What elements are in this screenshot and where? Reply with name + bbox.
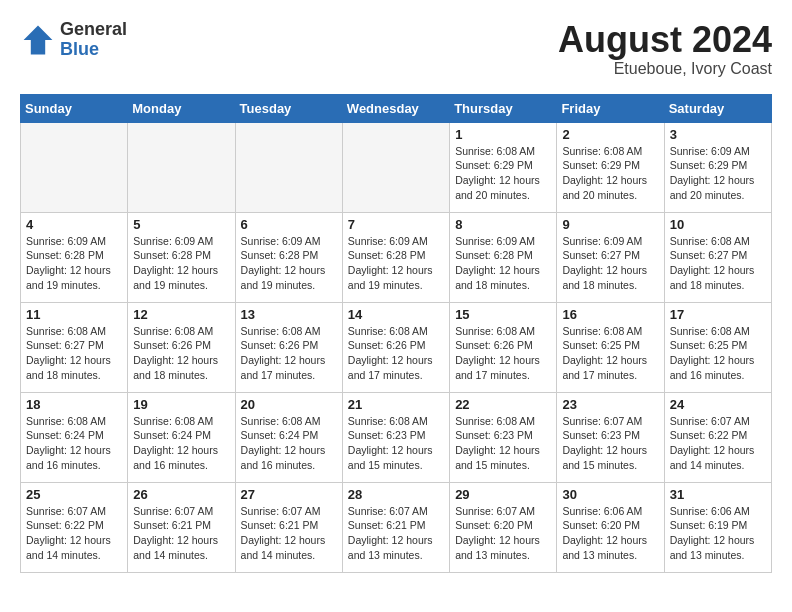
day-number: 15 bbox=[455, 307, 551, 322]
day-number: 6 bbox=[241, 217, 337, 232]
day-info: Sunrise: 6:07 AM Sunset: 6:21 PM Dayligh… bbox=[348, 504, 444, 563]
location: Etueboue, Ivory Coast bbox=[558, 60, 772, 78]
title-block: August 2024 Etueboue, Ivory Coast bbox=[558, 20, 772, 78]
weekday-header-cell: Monday bbox=[128, 94, 235, 122]
calendar-table: SundayMondayTuesdayWednesdayThursdayFrid… bbox=[20, 94, 772, 573]
calendar-cell: 8Sunrise: 6:09 AM Sunset: 6:28 PM Daylig… bbox=[450, 212, 557, 302]
calendar-cell: 25Sunrise: 6:07 AM Sunset: 6:22 PM Dayli… bbox=[21, 482, 128, 572]
logo-icon bbox=[20, 22, 56, 58]
day-number: 22 bbox=[455, 397, 551, 412]
day-number: 31 bbox=[670, 487, 766, 502]
calendar-cell: 5Sunrise: 6:09 AM Sunset: 6:28 PM Daylig… bbox=[128, 212, 235, 302]
day-info: Sunrise: 6:06 AM Sunset: 6:19 PM Dayligh… bbox=[670, 504, 766, 563]
day-number: 29 bbox=[455, 487, 551, 502]
calendar-cell bbox=[21, 122, 128, 212]
day-info: Sunrise: 6:09 AM Sunset: 6:29 PM Dayligh… bbox=[670, 144, 766, 203]
day-number: 8 bbox=[455, 217, 551, 232]
logo: General Blue bbox=[20, 20, 127, 60]
day-number: 21 bbox=[348, 397, 444, 412]
day-number: 26 bbox=[133, 487, 229, 502]
day-number: 10 bbox=[670, 217, 766, 232]
calendar-cell: 9Sunrise: 6:09 AM Sunset: 6:27 PM Daylig… bbox=[557, 212, 664, 302]
calendar-cell: 28Sunrise: 6:07 AM Sunset: 6:21 PM Dayli… bbox=[342, 482, 449, 572]
day-info: Sunrise: 6:08 AM Sunset: 6:26 PM Dayligh… bbox=[133, 324, 229, 383]
calendar-week-row: 18Sunrise: 6:08 AM Sunset: 6:24 PM Dayli… bbox=[21, 392, 772, 482]
day-info: Sunrise: 6:08 AM Sunset: 6:27 PM Dayligh… bbox=[26, 324, 122, 383]
day-number: 19 bbox=[133, 397, 229, 412]
weekday-header-cell: Wednesday bbox=[342, 94, 449, 122]
day-info: Sunrise: 6:08 AM Sunset: 6:24 PM Dayligh… bbox=[133, 414, 229, 473]
calendar-cell: 13Sunrise: 6:08 AM Sunset: 6:26 PM Dayli… bbox=[235, 302, 342, 392]
day-info: Sunrise: 6:08 AM Sunset: 6:26 PM Dayligh… bbox=[241, 324, 337, 383]
day-info: Sunrise: 6:09 AM Sunset: 6:28 PM Dayligh… bbox=[26, 234, 122, 293]
svg-marker-0 bbox=[24, 25, 53, 54]
day-info: Sunrise: 6:08 AM Sunset: 6:29 PM Dayligh… bbox=[455, 144, 551, 203]
calendar-week-row: 1Sunrise: 6:08 AM Sunset: 6:29 PM Daylig… bbox=[21, 122, 772, 212]
weekday-header-row: SundayMondayTuesdayWednesdayThursdayFrid… bbox=[21, 94, 772, 122]
day-number: 3 bbox=[670, 127, 766, 142]
day-number: 17 bbox=[670, 307, 766, 322]
day-info: Sunrise: 6:08 AM Sunset: 6:26 PM Dayligh… bbox=[348, 324, 444, 383]
calendar-week-row: 11Sunrise: 6:08 AM Sunset: 6:27 PM Dayli… bbox=[21, 302, 772, 392]
weekday-header-cell: Saturday bbox=[664, 94, 771, 122]
calendar-cell: 4Sunrise: 6:09 AM Sunset: 6:28 PM Daylig… bbox=[21, 212, 128, 302]
calendar-cell: 2Sunrise: 6:08 AM Sunset: 6:29 PM Daylig… bbox=[557, 122, 664, 212]
day-info: Sunrise: 6:08 AM Sunset: 6:24 PM Dayligh… bbox=[241, 414, 337, 473]
calendar-cell: 3Sunrise: 6:09 AM Sunset: 6:29 PM Daylig… bbox=[664, 122, 771, 212]
day-number: 16 bbox=[562, 307, 658, 322]
day-number: 28 bbox=[348, 487, 444, 502]
day-number: 27 bbox=[241, 487, 337, 502]
calendar-cell: 15Sunrise: 6:08 AM Sunset: 6:26 PM Dayli… bbox=[450, 302, 557, 392]
calendar-cell: 20Sunrise: 6:08 AM Sunset: 6:24 PM Dayli… bbox=[235, 392, 342, 482]
day-number: 4 bbox=[26, 217, 122, 232]
day-info: Sunrise: 6:06 AM Sunset: 6:20 PM Dayligh… bbox=[562, 504, 658, 563]
day-number: 23 bbox=[562, 397, 658, 412]
day-info: Sunrise: 6:08 AM Sunset: 6:24 PM Dayligh… bbox=[26, 414, 122, 473]
calendar-cell: 27Sunrise: 6:07 AM Sunset: 6:21 PM Dayli… bbox=[235, 482, 342, 572]
calendar-cell: 6Sunrise: 6:09 AM Sunset: 6:28 PM Daylig… bbox=[235, 212, 342, 302]
day-info: Sunrise: 6:07 AM Sunset: 6:21 PM Dayligh… bbox=[241, 504, 337, 563]
weekday-header-cell: Thursday bbox=[450, 94, 557, 122]
day-info: Sunrise: 6:08 AM Sunset: 6:27 PM Dayligh… bbox=[670, 234, 766, 293]
logo-general: General bbox=[60, 20, 127, 40]
day-info: Sunrise: 6:09 AM Sunset: 6:28 PM Dayligh… bbox=[133, 234, 229, 293]
month-year: August 2024 bbox=[558, 20, 772, 60]
calendar-cell: 29Sunrise: 6:07 AM Sunset: 6:20 PM Dayli… bbox=[450, 482, 557, 572]
calendar-cell: 30Sunrise: 6:06 AM Sunset: 6:20 PM Dayli… bbox=[557, 482, 664, 572]
day-number: 5 bbox=[133, 217, 229, 232]
calendar-cell: 12Sunrise: 6:08 AM Sunset: 6:26 PM Dayli… bbox=[128, 302, 235, 392]
day-number: 24 bbox=[670, 397, 766, 412]
weekday-header-cell: Sunday bbox=[21, 94, 128, 122]
day-number: 7 bbox=[348, 217, 444, 232]
weekday-header-cell: Tuesday bbox=[235, 94, 342, 122]
calendar-cell: 14Sunrise: 6:08 AM Sunset: 6:26 PM Dayli… bbox=[342, 302, 449, 392]
day-info: Sunrise: 6:08 AM Sunset: 6:23 PM Dayligh… bbox=[455, 414, 551, 473]
page-header: General Blue August 2024 Etueboue, Ivory… bbox=[20, 20, 772, 78]
calendar-cell bbox=[235, 122, 342, 212]
calendar-cell: 18Sunrise: 6:08 AM Sunset: 6:24 PM Dayli… bbox=[21, 392, 128, 482]
day-info: Sunrise: 6:09 AM Sunset: 6:28 PM Dayligh… bbox=[348, 234, 444, 293]
day-info: Sunrise: 6:09 AM Sunset: 6:27 PM Dayligh… bbox=[562, 234, 658, 293]
calendar-cell: 10Sunrise: 6:08 AM Sunset: 6:27 PM Dayli… bbox=[664, 212, 771, 302]
day-info: Sunrise: 6:08 AM Sunset: 6:23 PM Dayligh… bbox=[348, 414, 444, 473]
calendar-body: 1Sunrise: 6:08 AM Sunset: 6:29 PM Daylig… bbox=[21, 122, 772, 572]
day-info: Sunrise: 6:07 AM Sunset: 6:22 PM Dayligh… bbox=[670, 414, 766, 473]
logo-blue: Blue bbox=[60, 40, 127, 60]
calendar-cell: 19Sunrise: 6:08 AM Sunset: 6:24 PM Dayli… bbox=[128, 392, 235, 482]
calendar-cell: 11Sunrise: 6:08 AM Sunset: 6:27 PM Dayli… bbox=[21, 302, 128, 392]
day-number: 2 bbox=[562, 127, 658, 142]
calendar-cell: 16Sunrise: 6:08 AM Sunset: 6:25 PM Dayli… bbox=[557, 302, 664, 392]
day-info: Sunrise: 6:08 AM Sunset: 6:25 PM Dayligh… bbox=[670, 324, 766, 383]
calendar-cell: 26Sunrise: 6:07 AM Sunset: 6:21 PM Dayli… bbox=[128, 482, 235, 572]
calendar-week-row: 4Sunrise: 6:09 AM Sunset: 6:28 PM Daylig… bbox=[21, 212, 772, 302]
day-info: Sunrise: 6:09 AM Sunset: 6:28 PM Dayligh… bbox=[241, 234, 337, 293]
day-number: 25 bbox=[26, 487, 122, 502]
day-info: Sunrise: 6:07 AM Sunset: 6:20 PM Dayligh… bbox=[455, 504, 551, 563]
day-number: 11 bbox=[26, 307, 122, 322]
day-info: Sunrise: 6:08 AM Sunset: 6:26 PM Dayligh… bbox=[455, 324, 551, 383]
day-info: Sunrise: 6:07 AM Sunset: 6:22 PM Dayligh… bbox=[26, 504, 122, 563]
calendar-cell: 24Sunrise: 6:07 AM Sunset: 6:22 PM Dayli… bbox=[664, 392, 771, 482]
calendar-cell: 31Sunrise: 6:06 AM Sunset: 6:19 PM Dayli… bbox=[664, 482, 771, 572]
day-info: Sunrise: 6:07 AM Sunset: 6:23 PM Dayligh… bbox=[562, 414, 658, 473]
day-number: 12 bbox=[133, 307, 229, 322]
